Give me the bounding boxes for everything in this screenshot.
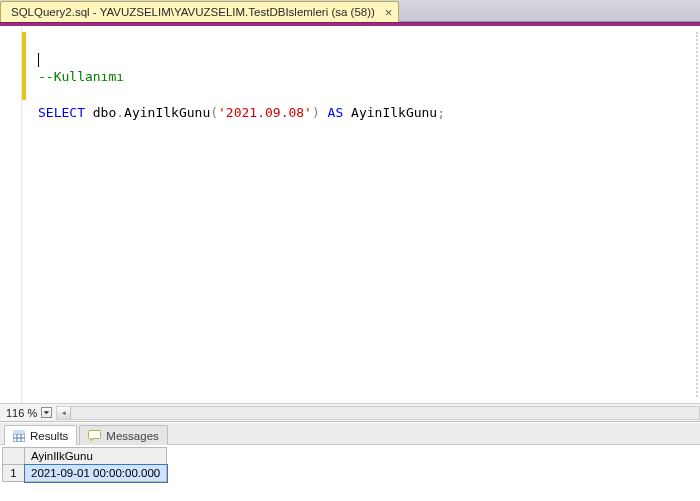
row-number[interactable]: 1 bbox=[3, 465, 25, 482]
code-comment: --Kullanımı bbox=[38, 69, 124, 84]
code-text: dbo bbox=[85, 105, 116, 120]
scroll-left-button[interactable]: ◂ bbox=[57, 407, 71, 419]
close-icon[interactable]: × bbox=[385, 6, 393, 19]
code-area[interactable]: --Kullanımı SELECT dbo.AyinIlkGunu('2021… bbox=[26, 26, 700, 403]
code-keyword-select: SELECT bbox=[38, 105, 85, 120]
results-grid[interactable]: AyinIlkGunu 1 2021-09-01 00:00:00.000 bbox=[2, 447, 167, 482]
horizontal-scrollbar[interactable]: ◂ bbox=[56, 406, 700, 420]
tab-results-label: Results bbox=[30, 430, 68, 442]
editor-gutter bbox=[0, 26, 22, 403]
result-cell[interactable]: 2021-09-01 00:00:00.000 bbox=[25, 465, 167, 482]
zoom-value: 116 % bbox=[0, 407, 41, 419]
table-header-row: AyinIlkGunu bbox=[3, 448, 167, 465]
document-tabstrip: SQLQuery2.sql - YAVUZSELIM\YAVUZSELIM.Te… bbox=[0, 0, 700, 22]
text-caret bbox=[38, 53, 39, 67]
zoom-dropdown[interactable]: ⏷ bbox=[41, 407, 52, 418]
document-tab-title: SQLQuery2.sql - YAVUZSELIM\YAVUZSELIM.Te… bbox=[11, 6, 375, 18]
grid-icon bbox=[13, 430, 25, 442]
tab-results[interactable]: Results bbox=[4, 425, 77, 445]
window-root: SQLQuery2.sql - YAVUZSELIM\YAVUZSELIM.Te… bbox=[0, 0, 700, 501]
document-tab-active[interactable]: SQLQuery2.sql - YAVUZSELIM\YAVUZSELIM.Te… bbox=[0, 1, 399, 22]
results-grid-area[interactable]: AyinIlkGunu 1 2021-09-01 00:00:00.000 bbox=[0, 445, 700, 501]
tab-messages[interactable]: Messages bbox=[79, 425, 167, 445]
editor-status-row: 116 % ⏷ ◂ bbox=[0, 403, 700, 421]
editor-pane: --Kullanımı SELECT dbo.AyinIlkGunu('2021… bbox=[0, 26, 700, 422]
code-punct: ) bbox=[312, 105, 320, 120]
code-string: '2021.09.08' bbox=[218, 105, 312, 120]
column-header[interactable]: AyinIlkGunu bbox=[25, 448, 167, 465]
svg-rect-5 bbox=[13, 430, 25, 434]
results-pane: Results Messages AyinIlkGunu 1 2021-09-0… bbox=[0, 422, 700, 501]
code-keyword-as: AS bbox=[320, 105, 343, 120]
tab-messages-label: Messages bbox=[106, 430, 158, 442]
editor-surface[interactable]: --Kullanımı SELECT dbo.AyinIlkGunu('2021… bbox=[0, 26, 700, 403]
right-margin-guide bbox=[696, 32, 698, 397]
code-punct: ( bbox=[210, 105, 218, 120]
code-text: AyinIlkGunu bbox=[124, 105, 210, 120]
table-row[interactable]: 1 2021-09-01 00:00:00.000 bbox=[3, 465, 167, 482]
svg-rect-6 bbox=[89, 431, 101, 439]
code-text: AyinIlkGunu bbox=[343, 105, 437, 120]
results-tabstrip: Results Messages bbox=[0, 423, 700, 445]
code-punct: ; bbox=[437, 105, 445, 120]
messages-icon bbox=[88, 430, 101, 441]
code-punct: . bbox=[116, 105, 124, 120]
row-header-corner[interactable] bbox=[3, 448, 25, 465]
